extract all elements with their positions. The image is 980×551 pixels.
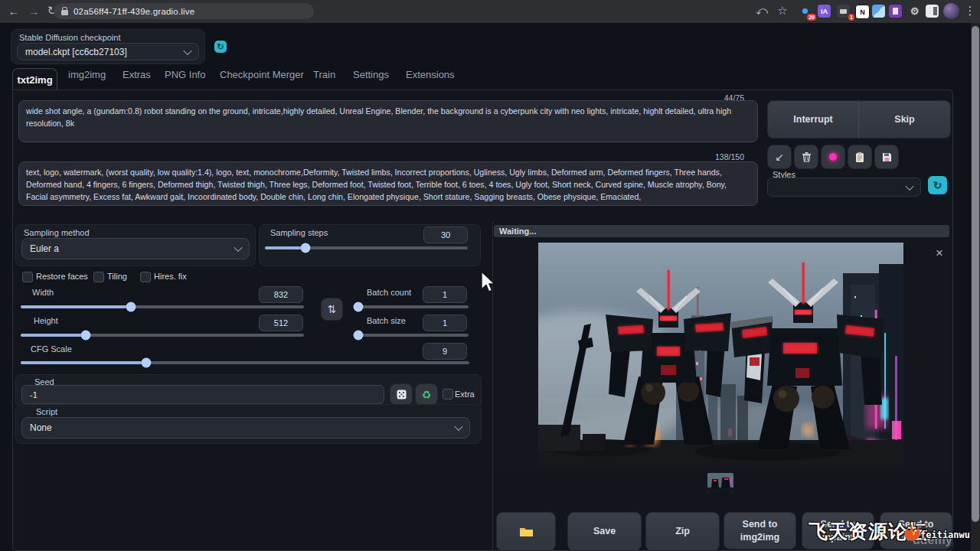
extension-image-icon[interactable] — [872, 5, 885, 18]
tab-extensions[interactable]: Extensions — [406, 69, 455, 80]
scrollbar-track[interactable] — [971, 23, 980, 551]
checkpoint-label: Stable Diffusion checkpoint — [19, 33, 121, 42]
extension-pin-icon[interactable]: 20 — [799, 5, 812, 18]
generated-image[interactable] — [538, 243, 903, 465]
sampling-steps-value[interactable]: 30 — [423, 227, 468, 243]
close-icon[interactable]: × — [932, 246, 947, 261]
forward-icon[interactable]: → — [26, 3, 41, 18]
reuse-seed-button[interactable]: ♻ — [415, 383, 438, 406]
sidepanel-icon[interactable] — [926, 5, 939, 18]
zip-button[interactable]: Zip — [645, 512, 720, 551]
batch-size-value[interactable]: 1 — [423, 315, 467, 331]
script-dropdown[interactable]: None — [21, 417, 470, 439]
checkpoint-refresh-button[interactable]: ↻ — [214, 41, 227, 53]
gallery-thumbnail[interactable] — [707, 473, 733, 493]
scrollbar-thumb[interactable] — [972, 26, 979, 522]
slider-handle[interactable] — [81, 331, 91, 341]
paste-params-button[interactable]: ↙ — [767, 145, 792, 169]
folder-icon — [519, 526, 534, 537]
lock-icon — [61, 7, 68, 15]
random-seed-button[interactable] — [390, 383, 413, 406]
save-button[interactable]: Save — [567, 512, 642, 551]
tab-img2img[interactable]: img2img — [68, 69, 106, 80]
udemy-watermark: udemy — [913, 533, 952, 547]
script-label: Script — [36, 407, 57, 416]
seed-input[interactable]: -1 — [21, 385, 384, 404]
width-slider[interactable] — [21, 302, 304, 311]
height-value[interactable]: 512 — [259, 315, 303, 331]
restore-faces-checkbox[interactable] — [22, 272, 33, 282]
chevron-down-icon — [183, 46, 191, 54]
seed-value: -1 — [30, 390, 38, 399]
refresh-icon: ↻ — [217, 42, 224, 52]
slider-handle[interactable] — [354, 331, 364, 341]
trash-icon — [802, 152, 812, 162]
floppy-disk-icon — [882, 152, 892, 162]
stable-diffusion-webui: ← → ↻ 02a56ff4-71ff-439e.gradio.live ⤺ ☆… — [0, 0, 980, 551]
bookmark-star-icon[interactable]: ☆ — [775, 3, 790, 18]
column-divider — [492, 222, 493, 550]
height-slider[interactable] — [21, 330, 304, 340]
tab-extras[interactable]: Extras — [122, 69, 151, 80]
width-value[interactable]: 832 — [259, 286, 303, 303]
negative-token-counter: 138/150 — [674, 152, 744, 161]
tab-png-info[interactable]: PNG Info — [165, 69, 205, 80]
save-style-button[interactable] — [874, 145, 899, 169]
interrupt-button[interactable]: Interrupt — [767, 100, 859, 139]
clear-prompt-button[interactable] — [794, 145, 818, 169]
chevron-down-icon — [454, 422, 462, 431]
cfg-scale-slider[interactable] — [21, 357, 469, 367]
tab-settings[interactable]: Settings — [353, 69, 389, 80]
url-text: 02a56ff4-71ff-439e.gradio.live — [74, 7, 194, 16]
extension-notion-icon[interactable]: N — [855, 5, 870, 19]
menu-kebab-icon[interactable]: ⋮ — [962, 3, 978, 18]
sampling-steps-slider[interactable] — [265, 243, 468, 253]
slider-handle[interactable] — [126, 302, 136, 312]
chevron-down-icon — [234, 243, 242, 252]
tiling-checkbox[interactable] — [93, 272, 104, 282]
extensions-puzzle-icon[interactable]: ⚙ — [908, 5, 921, 18]
styles-refresh-button[interactable]: ↻ — [928, 176, 947, 194]
swap-dimensions-button[interactable]: ⇅ — [321, 298, 343, 321]
sampling-method-block: Sampling method Euler a — [15, 224, 256, 266]
slider-handle[interactable] — [354, 302, 364, 312]
extra-seed-label: Extra — [455, 390, 475, 399]
sampling-method-dropdown[interactable]: Euler a — [21, 238, 250, 259]
slider-handle[interactable] — [301, 243, 311, 253]
extension-camera-icon[interactable]: 1 — [837, 5, 850, 18]
send-to-img2img-button[interactable]: Send to img2img — [724, 512, 796, 549]
tab-txt2img[interactable]: txt2img — [12, 68, 57, 90]
gallery-area: × — [494, 240, 949, 471]
skip-button[interactable]: Skip — [858, 100, 951, 139]
negative-prompt-textarea[interactable]: text, logo, watermark, (worst quality, l… — [18, 161, 758, 206]
styles-dropdown[interactable] — [767, 178, 921, 197]
tab-train[interactable]: Train — [313, 69, 335, 80]
extra-seed-checkbox[interactable] — [443, 389, 453, 399]
open-folder-button[interactable] — [496, 512, 556, 551]
extra-networks-button[interactable] — [821, 145, 845, 169]
tab-checkpoint-merger[interactable]: Checkpoint Merger — [220, 69, 304, 80]
checkpoint-value: model.ckpt [cc6cb27103] — [25, 47, 127, 57]
dice-icon — [397, 390, 407, 399]
address-bar[interactable]: 02a56ff4-71ff-439e.gradio.live — [54, 3, 314, 19]
batch-count-value[interactable]: 1 — [423, 286, 467, 303]
back-icon[interactable]: ← — [6, 3, 21, 18]
profile-avatar[interactable] — [943, 3, 959, 19]
share-icon[interactable]: ⤺ — [754, 3, 769, 18]
arrow-down-left-icon: ↙ — [775, 151, 784, 163]
extension-onenote-icon[interactable] — [889, 5, 902, 18]
batch-count-slider[interactable] — [354, 302, 469, 311]
prompt-textarea[interactable]: wide shot angle, a (gundam:0.8) robot st… — [18, 100, 758, 142]
extension-ia-icon[interactable]: IA — [818, 5, 831, 18]
sampling-method-label: Sampling method — [24, 228, 90, 237]
slider-handle[interactable] — [142, 358, 152, 368]
hires-fix-checkbox[interactable] — [140, 272, 151, 282]
batch-size-slider[interactable] — [354, 330, 469, 340]
cfg-scale-label: CFG Scale — [31, 344, 72, 354]
sampling-steps-block: Sampling steps 30 — [259, 224, 481, 266]
apply-style-button[interactable] — [848, 145, 872, 169]
extra-networks-icon — [829, 153, 837, 161]
batch-size-label: Batch size — [367, 316, 406, 325]
checkpoint-dropdown[interactable]: model.ckpt [cc6cb27103] — [17, 43, 199, 60]
send-to-inpaint-button[interactable]: Send to inpaint — [802, 512, 874, 549]
